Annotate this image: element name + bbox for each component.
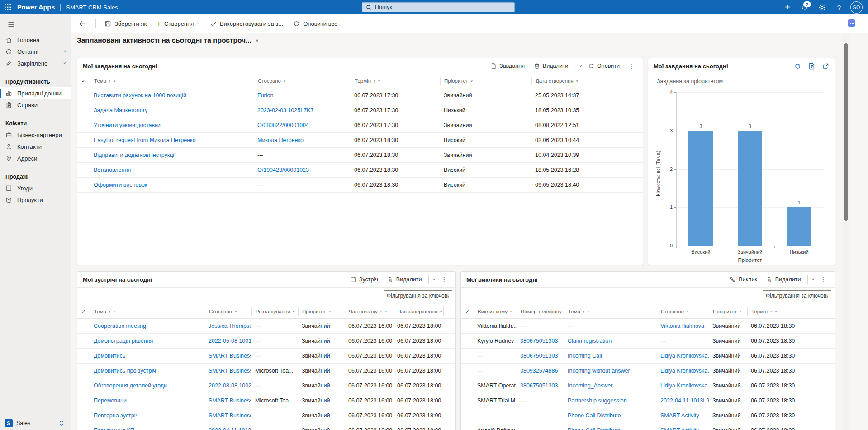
- record-link[interactable]: 380675051303: [520, 338, 558, 344]
- table-row[interactable]: EasyBot request from Микола ПетренкоМико…: [77, 133, 643, 148]
- column-header-1[interactable]: Тема↑∨: [90, 307, 205, 316]
- sidebar-item-person[interactable]: Контакти: [0, 141, 71, 152]
- table-row[interactable]: Повторна зустрічSMART Business---Звичайн…: [77, 408, 455, 423]
- search-input[interactable]: Пошук: [362, 2, 515, 12]
- new-meeting-button[interactable]: Зустріч: [347, 273, 381, 286]
- table-row[interactable]: ВстановленняO/190423/0000102306.07.2023 …: [77, 163, 643, 178]
- settings-gear-icon[interactable]: [813, 0, 830, 14]
- column-header-4[interactable]: Стосовно∨: [657, 307, 709, 316]
- column-header-4[interactable]: Пріоритет∨: [298, 307, 345, 316]
- table-row[interactable]: Демонстрація рішення2022-05-08 1001Y8---…: [77, 334, 455, 349]
- table-row[interactable]: Обговорення деталей угоди2022-08-08 1002…: [77, 378, 455, 393]
- table-row[interactable]: Viktoriia Iliakh...------Viktoriia Iliak…: [461, 319, 835, 334]
- record-link[interactable]: 2022-08-08 1002Q4: [209, 383, 251, 389]
- record-link[interactable]: SMART Activity: [660, 427, 699, 430]
- column-header-2[interactable]: Стосовно∨: [205, 307, 251, 316]
- record-link[interactable]: Cooperation meeting: [94, 323, 146, 329]
- table-row[interactable]: Виставити рахунок на 1000 позиційFurion0…: [77, 88, 643, 103]
- select-all-checkbox[interactable]: ✓: [77, 308, 90, 315]
- column-header-1[interactable]: Виклик кому∨: [474, 307, 517, 316]
- record-link[interactable]: 2022-04-11 1013L9: [209, 427, 251, 430]
- select-all-checkbox[interactable]: ✓: [77, 78, 90, 84]
- record-link[interactable]: Оформити висновок: [94, 182, 147, 188]
- delete-button[interactable]: Видалити: [384, 273, 425, 286]
- record-link[interactable]: Перемовини: [94, 397, 127, 404]
- column-header-3[interactable]: Термін↑∨: [351, 77, 440, 85]
- copilot-icon[interactable]: [848, 19, 855, 27]
- dashboard-selector-chevron-icon[interactable]: ∨: [256, 38, 259, 43]
- new-task-button[interactable]: Завдання: [487, 59, 528, 73]
- column-header-2[interactable]: Номер телефону∨: [517, 307, 564, 316]
- record-link[interactable]: SMART Activity: [660, 412, 699, 419]
- help-icon[interactable]: ?: [830, 0, 848, 14]
- scrollbar-thumb[interactable]: [844, 43, 848, 221]
- sidebar-item-location[interactable]: Адреси: [0, 152, 71, 164]
- sidebar-item-product[interactable]: Продукти: [0, 194, 71, 206]
- save-as-button[interactable]: Зберегти як: [100, 14, 152, 33]
- avatar[interactable]: SO: [850, 1, 863, 14]
- sidebar-item-deal[interactable]: Угоди: [0, 182, 71, 194]
- more-commands-icon[interactable]: ⋮: [817, 276, 829, 283]
- table-row[interactable]: ------Phone Call DistributeSMART Activit…: [461, 408, 835, 423]
- record-link[interactable]: Домовитись про зустріч: [94, 368, 156, 374]
- record-link[interactable]: Incoming_Answer: [568, 383, 612, 389]
- column-header-3[interactable]: Тема↑∨: [564, 307, 657, 316]
- record-link[interactable]: EasyBot request from Микола Петренко: [94, 137, 196, 143]
- record-link[interactable]: Claim registration: [568, 338, 612, 344]
- hamburger-menu-icon[interactable]: [5, 20, 18, 28]
- record-link[interactable]: 380675051303: [520, 383, 558, 389]
- column-header-2[interactable]: Стосовно∨: [254, 77, 351, 85]
- chevron-down-icon[interactable]: ∨: [811, 278, 815, 281]
- more-commands-icon[interactable]: ⋮: [438, 276, 450, 283]
- record-link[interactable]: Incoming without answer: [568, 368, 630, 374]
- new-call-button[interactable]: Виклик: [726, 273, 760, 286]
- notifications-bell-icon[interactable]: 7: [796, 0, 813, 14]
- record-link[interactable]: Відправити додаткові інструкції: [94, 152, 176, 158]
- table-row[interactable]: Погодження КП2022-04-11 1013L9---Звичайн…: [77, 423, 455, 430]
- record-link[interactable]: Viktoriia Iliakhova: [660, 323, 704, 329]
- bar-Низький[interactable]: [787, 207, 811, 246]
- delete-button[interactable]: Видалити: [763, 273, 804, 286]
- sidebar-item-dashboard[interactable]: Приладні дошки: [0, 87, 71, 99]
- sidebar-item-pin[interactable]: Закріплено∨: [0, 57, 71, 69]
- column-header-6[interactable]: Час завершення∨: [394, 307, 443, 316]
- app-name[interactable]: SMART CRM Sales: [66, 4, 118, 11]
- table-row[interactable]: ---380932574886Incoming without answerLi…: [461, 364, 835, 378]
- record-link[interactable]: 2023-02-03 1025L7K7: [257, 107, 313, 113]
- record-link[interactable]: SMART Business: [209, 412, 251, 419]
- add-icon[interactable]: +: [779, 0, 796, 14]
- record-link[interactable]: Phone Call Distribute: [568, 412, 621, 419]
- record-link[interactable]: Домовитись: [94, 353, 125, 359]
- record-link[interactable]: Встановлення: [94, 167, 131, 173]
- record-link[interactable]: Задача Маркетологу: [94, 107, 147, 113]
- table-row[interactable]: Оформити висновок---06.07.2023 18:30Висо…: [77, 178, 643, 193]
- back-icon[interactable]: [76, 19, 89, 28]
- table-row[interactable]: Андрій Рябчун---Phone Call DistributeSMA…: [461, 423, 835, 430]
- table-row[interactable]: Відправити додаткові інструкції---06.07.…: [77, 148, 643, 163]
- sidebar-item-home[interactable]: Головна: [0, 34, 71, 46]
- column-header-6[interactable]: Термін↑∨: [747, 307, 804, 316]
- record-link[interactable]: Демонстрація рішення: [94, 338, 153, 344]
- record-link[interactable]: O/080822/00001004: [257, 122, 309, 128]
- column-header-5[interactable]: Час початку↑∨: [345, 307, 394, 316]
- record-link[interactable]: Микола Петренко: [257, 137, 304, 143]
- column-header-4[interactable]: Пріоритет∨: [440, 77, 531, 85]
- table-row[interactable]: Cooperation meetingJessica Thompson---Зв…: [77, 319, 455, 334]
- record-link[interactable]: SMART Business: [209, 368, 251, 374]
- sidebar-item-briefcase[interactable]: Бізнес-партнери: [0, 129, 71, 141]
- record-link[interactable]: Partnership suggession: [568, 397, 627, 404]
- waffle-menu-icon[interactable]: [0, 0, 15, 14]
- table-row[interactable]: SMART Trial M...---Partnership suggessio…: [461, 393, 835, 408]
- table-row[interactable]: ДомовитисьSMART Business---Звичайний06.0…: [77, 349, 455, 364]
- table-row[interactable]: Задача Маркетологу2023-02-03 1025L7K706.…: [77, 103, 643, 118]
- switch-environment-icon[interactable]: [56, 420, 67, 427]
- table-row[interactable]: ПеремовиниSMART BusinessMicrosoft Tea...…: [77, 393, 455, 408]
- sidebar-item-tasks[interactable]: Справи: [0, 99, 71, 111]
- brand-logo[interactable]: Power Apps: [17, 4, 55, 11]
- record-link[interactable]: Lidiya Kronikovska..: [660, 353, 709, 359]
- record-link[interactable]: O/190423/00001023: [257, 167, 309, 173]
- environment-switcher[interactable]: S Sales: [0, 416, 71, 430]
- keyword-filter-input[interactable]: [384, 290, 452, 301]
- refresh-all-button[interactable]: Оновити все: [288, 14, 342, 33]
- chevron-down-icon[interactable]: ∨: [432, 278, 436, 281]
